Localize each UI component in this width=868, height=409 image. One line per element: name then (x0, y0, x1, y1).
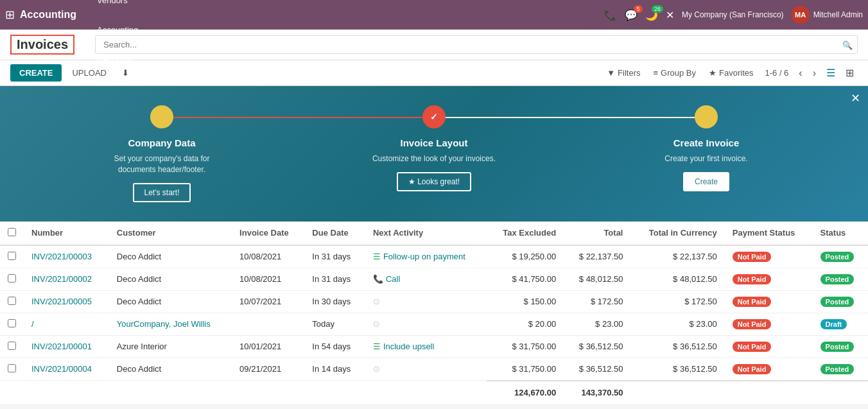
record-status: Draft (813, 313, 868, 335)
tax-excluded: $ 41,750.00 (487, 268, 564, 290)
record-status: Posted (813, 335, 868, 358)
col-total[interactable]: Total (564, 222, 630, 245)
invoice-date: 10/08/2021 (232, 268, 304, 290)
invoice-number[interactable]: INV/2021/00001 (31, 342, 92, 351)
total-currency: $ 22,137.50 (630, 245, 724, 268)
create-button[interactable]: CREATE (10, 64, 62, 82)
customer-name: Deco Addict (117, 274, 161, 284)
next-page-button[interactable]: › (809, 66, 820, 80)
company-name: My Company (San Francisco) (682, 10, 784, 19)
app-grid-icon[interactable]: ⊞ (5, 8, 15, 22)
col-invoice-date[interactable]: Invoice Date (232, 222, 304, 245)
table-body: INV/2021/00003Deco Addict10/08/2021In 31… (0, 245, 868, 381)
due-date: In 14 days (304, 358, 365, 381)
col-number[interactable]: Number (24, 222, 109, 245)
status-badge: Posted (820, 252, 855, 262)
invoice-number[interactable]: INV/2021/00003 (31, 252, 92, 261)
col-tax-excluded[interactable]: Tax Excluded (487, 222, 564, 245)
row-checkbox[interactable] (8, 274, 16, 283)
activity-empty-icon: ⊙ (373, 297, 380, 306)
user-avatar: MA (792, 6, 810, 24)
filter-icon: ▼ (607, 68, 615, 78)
step-2-button[interactable]: ★ Looks great! (397, 172, 471, 191)
customer-name: Deco Addict (117, 297, 161, 306)
invoice-number[interactable]: INV/2021/00005 (31, 297, 92, 306)
groupby-label: Group By (661, 68, 696, 78)
chat-icon[interactable]: 💬 5 (625, 9, 638, 21)
step-3-title: Create Invoice (570, 137, 842, 148)
col-next-activity[interactable]: Next Activity (365, 222, 487, 245)
groupby-button[interactable]: ≡ Group By (648, 65, 702, 80)
tax-excluded: $ 20.00 (487, 313, 564, 335)
customer-name: Deco Addict (117, 252, 161, 261)
step-1-desc: Set your company's data for documents he… (98, 153, 226, 175)
invoice-number[interactable]: / (31, 319, 34, 329)
total: $ 48,012.50 (564, 268, 630, 290)
upload-button[interactable]: UPLOAD (67, 65, 111, 80)
activity-label[interactable]: Call (386, 274, 400, 284)
filters-button[interactable]: ▼ Filters (602, 65, 645, 80)
step-2-circle: ✓ (422, 105, 446, 128)
nav-item-vendors[interactable]: Vendors (89, 0, 154, 15)
step-1-button[interactable]: Let's start! (133, 183, 191, 202)
customer-name[interactable]: YourCompany, Joel Willis (117, 319, 211, 329)
banner-close-button[interactable]: ✕ (851, 91, 860, 105)
col-payment-status[interactable]: Payment Status (725, 222, 813, 245)
top-navigation: ⊞ Accounting DashboardCustomersVendorsAc… (0, 0, 868, 30)
page-title: Invoices (10, 35, 74, 55)
next-activity: ⊙ (365, 313, 487, 335)
payment-status: Not Paid (725, 335, 813, 358)
row-checkbox[interactable] (8, 319, 16, 327)
col-customer[interactable]: Customer (109, 222, 232, 245)
customer-name: Deco Addict (117, 364, 161, 374)
activity-empty-icon: ⊙ (373, 364, 380, 374)
list-view-button[interactable]: ☰ (822, 65, 839, 80)
step-3-button[interactable]: Create (683, 172, 729, 191)
invoice-date: 10/08/2021 (232, 245, 304, 268)
col-due-date[interactable]: Due Date (304, 222, 365, 245)
payment-status-badge: Not Paid (733, 297, 772, 307)
activity-label[interactable]: Follow-up on payment (383, 252, 465, 261)
due-date: Today (304, 313, 365, 335)
next-activity: ☰Follow-up on payment (365, 245, 487, 268)
table-row: INV/2021/00001Azure Interior10/01/2021In… (0, 335, 868, 358)
brand-name: Accounting (20, 9, 76, 21)
activity-list-icon: ☰ (373, 342, 381, 351)
download-button[interactable]: ⬇ (117, 65, 134, 80)
favorites-button[interactable]: ★ Favorites (704, 65, 758, 80)
close-icon[interactable]: ✕ (666, 9, 674, 21)
search-icon: 🔍 (842, 40, 853, 49)
total: $ 36,512.50 (564, 335, 630, 358)
col-status[interactable]: Status (813, 222, 868, 245)
prev-page-button[interactable]: ‹ (795, 66, 806, 80)
row-checkbox[interactable] (8, 297, 16, 305)
col-total-currency[interactable]: Total in Currency (630, 222, 724, 245)
row-checkbox[interactable] (8, 252, 16, 260)
search-input[interactable] (95, 35, 858, 54)
customer-name: Azure Interior (117, 342, 167, 351)
payment-status-badge: Not Paid (733, 342, 772, 352)
due-date: In 31 days (304, 268, 365, 290)
activity-call-icon: 📞 (373, 274, 383, 284)
invoice-number[interactable]: INV/2021/00004 (31, 364, 92, 374)
record-status: Posted (813, 358, 868, 381)
pagination-info: 1-6 / 6 (765, 68, 788, 78)
row-checkbox[interactable] (8, 342, 16, 350)
payment-status: Not Paid (725, 290, 813, 313)
table-row: /YourCompany, Joel WillisToday⊙$ 20.00$ … (0, 313, 868, 335)
row-checkbox[interactable] (8, 364, 16, 372)
groupby-icon: ≡ (654, 68, 659, 78)
invoice-number[interactable]: INV/2021/00002 (31, 274, 92, 284)
table-header: Number Customer Invoice Date Due Date Ne… (0, 222, 868, 245)
activity-label[interactable]: Include upsell (383, 342, 435, 351)
activity-list-icon: ☰ (373, 252, 381, 261)
status-badge: Posted (820, 364, 855, 374)
invoice-date: 10/07/2021 (232, 290, 304, 313)
payment-status-badge: Not Paid (733, 252, 772, 262)
table-row: INV/2021/00002Deco Addict10/08/2021In 31… (0, 268, 868, 290)
phone-icon[interactable]: 📞 (604, 9, 617, 21)
kanban-view-button[interactable]: ⊞ (842, 65, 858, 80)
moon-icon[interactable]: 🌙 26 (645, 9, 658, 21)
select-all-checkbox[interactable] (8, 228, 16, 236)
toolbar-right: ▼ Filters ≡ Group By ★ Favorites 1-6 / 6… (602, 65, 858, 80)
